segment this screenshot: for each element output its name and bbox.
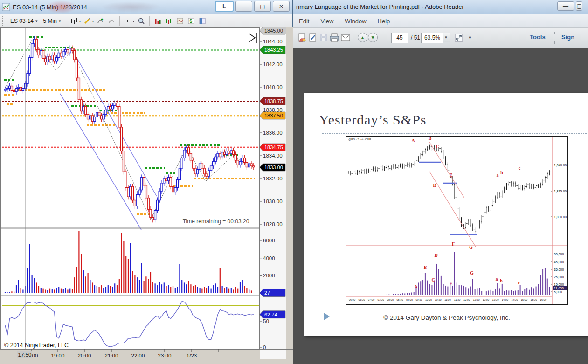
- svg-text:1836.00: 1836.00: [263, 130, 283, 136]
- svg-text:1840.00: 1840.00: [263, 84, 283, 90]
- open-icon[interactable]: [297, 32, 307, 43]
- svg-text:0: 0: [263, 344, 266, 350]
- svg-text:13:30: 13:30: [492, 298, 499, 301]
- svg-text:1,830.00: 1,830.00: [554, 215, 567, 219]
- menu-help[interactable]: Help: [372, 16, 396, 27]
- svg-text:15:00: 15:00: [521, 298, 527, 301]
- svg-text:b: b: [500, 170, 503, 175]
- toolbar-grip: [2, 16, 6, 26]
- page-count-label: / 51: [411, 34, 420, 41]
- svg-text:09:00: 09:00: [406, 298, 413, 301]
- chart-properties-icon[interactable]: [175, 16, 185, 26]
- drawing-tools-icon[interactable]: [83, 16, 92, 26]
- svg-text:G: G: [470, 270, 474, 275]
- ninjatrader-window: ES 03-14 (5 Min) 1/23/2014 L — ▢ ✕ ES 03…: [0, 0, 293, 364]
- sign-button[interactable]: Sign: [561, 34, 574, 41]
- chart-toolbar: ES 03-14 5 Min ▾ ▾ + ▾ $: [0, 14, 292, 28]
- minimize-button[interactable]: —: [557, 1, 574, 11]
- svg-text:23:00: 23:00: [158, 353, 172, 358]
- price-chart-canvas[interactable]: Time remaining = 00:03:20© 2014 NinjaTra…: [0, 27, 293, 364]
- svg-text:10:00: 10:00: [425, 298, 432, 301]
- svg-text:16:00: 16:00: [540, 298, 546, 301]
- page-number-input[interactable]: 45: [391, 33, 408, 43]
- svg-text:a: a: [497, 172, 499, 178]
- svg-text:C: C: [436, 144, 439, 149]
- marker-add-icon[interactable]: +: [96, 16, 105, 26]
- svg-text:1832.00: 1832.00: [263, 176, 283, 181]
- svg-text:14:00: 14:00: [502, 298, 508, 301]
- svg-text:1828.00: 1828.00: [263, 221, 283, 227]
- save-icon[interactable]: [318, 32, 329, 43]
- svg-text:A: A: [414, 284, 418, 289]
- svg-text:5,000: 5,000: [554, 290, 562, 294]
- interval-dropdown[interactable]: 5 Min: [41, 17, 64, 25]
- desktop-glass-blur: [45, 0, 77, 14]
- toolbar-overflow-button[interactable]: ▼: [465, 32, 475, 43]
- svg-text:1/23: 1/23: [187, 353, 197, 358]
- volume-panel-icon[interactable]: [153, 16, 162, 26]
- cursor-crosshair-icon[interactable]: [123, 16, 132, 26]
- svg-text:27: 27: [264, 290, 270, 295]
- svg-text:$: $: [189, 19, 192, 24]
- svg-text:19:00: 19:00: [51, 353, 65, 358]
- footer-divider: [322, 310, 588, 310]
- svg-text:6000: 6000: [263, 238, 275, 243]
- svg-text:06:30: 06:30: [359, 298, 365, 301]
- app-icon: [2, 3, 10, 11]
- pdf-page[interactable]: Yesterday’s S&Ps @ES - 5 min CMEABCDEFGa…: [304, 93, 588, 336]
- chevron-down-icon[interactable]: ▾: [92, 19, 94, 23]
- chart-style-icon[interactable]: [69, 16, 79, 26]
- svg-text:A: A: [411, 138, 415, 143]
- svg-text:50: 50: [263, 318, 269, 324]
- title-underline: [322, 133, 588, 134]
- maximize-button[interactable]: ▢: [576, 1, 582, 11]
- svg-text:E: E: [450, 172, 453, 178]
- fit-window-icon[interactable]: [454, 32, 464, 43]
- tools-button[interactable]: Tools: [530, 34, 546, 41]
- next-page-button[interactable]: ▼: [368, 33, 378, 42]
- svg-text:1833.00: 1833.00: [264, 165, 283, 170]
- slide-title: Yesterday’s S&Ps: [319, 112, 427, 128]
- svg-text:25,000: 25,000: [554, 275, 564, 279]
- svg-text:12:00: 12:00: [463, 298, 470, 301]
- zoom-icon[interactable]: [137, 16, 146, 26]
- minimize-button[interactable]: —: [235, 1, 252, 12]
- close-button[interactable]: ✕: [273, 1, 290, 12]
- ninjatrader-titlebar[interactable]: ES 03-14 (5 Min) 1/23/2014 L — ▢ ✕: [0, 0, 292, 14]
- svg-text:35,000: 35,000: [554, 268, 564, 271]
- svg-text:F: F: [452, 241, 455, 247]
- data-box-icon[interactable]: [198, 16, 207, 26]
- edit-icon[interactable]: [308, 32, 318, 43]
- svg-text:1844.00: 1844.00: [263, 39, 283, 44]
- svg-text:E: E: [450, 281, 453, 286]
- zoom-level-select[interactable]: 63.5%: [421, 33, 443, 43]
- menu-window[interactable]: Window: [339, 16, 372, 27]
- svg-text:c: c: [518, 280, 520, 285]
- svg-text:© 2014 NinjaTrader, LLC: © 2014 NinjaTrader, LLC: [4, 342, 69, 349]
- adobe-titlebar[interactable]: rimary Language of the Market for Printi…: [293, 0, 588, 14]
- chevron-down-icon[interactable]: ▾: [132, 19, 134, 23]
- svg-text:14:30: 14:30: [512, 298, 518, 301]
- svg-text:1,835.00: 1,835.00: [554, 190, 567, 193]
- chart-trader-icon[interactable]: $: [187, 16, 196, 26]
- svg-text:13:00: 13:00: [483, 298, 489, 301]
- svg-text:55,000: 55,000: [554, 253, 564, 256]
- chevron-down-icon[interactable]: ▾: [79, 19, 81, 23]
- document-area[interactable]: Yesterday’s S&Ps @ES - 5 min CMEABCDEFGa…: [293, 48, 588, 364]
- market-analyzer-icon[interactable]: [164, 16, 173, 26]
- svg-text:1842.00: 1842.00: [263, 62, 283, 67]
- instrument-dropdown[interactable]: ES 03-14: [7, 17, 41, 25]
- marker-remove-icon[interactable]: [107, 16, 116, 26]
- menu-edit[interactable]: Edit: [293, 16, 315, 27]
- email-icon[interactable]: [340, 32, 351, 43]
- print-icon[interactable]: [329, 32, 339, 43]
- menu-view[interactable]: View: [315, 16, 339, 27]
- maximize-button[interactable]: ▢: [254, 1, 271, 12]
- link-button[interactable]: L: [215, 1, 234, 12]
- embedded-chart-image: @ES - 5 min CMEABCDEFGabcABCDEGabc1,840.…: [346, 136, 568, 305]
- previous-page-button[interactable]: ▲: [358, 33, 367, 42]
- svg-text:20:00: 20:00: [78, 353, 91, 358]
- svg-text:62.74: 62.74: [264, 312, 277, 317]
- zoom-dropdown-button[interactable]: ▼: [443, 33, 450, 42]
- svg-text:11,638: 11,638: [554, 287, 564, 290]
